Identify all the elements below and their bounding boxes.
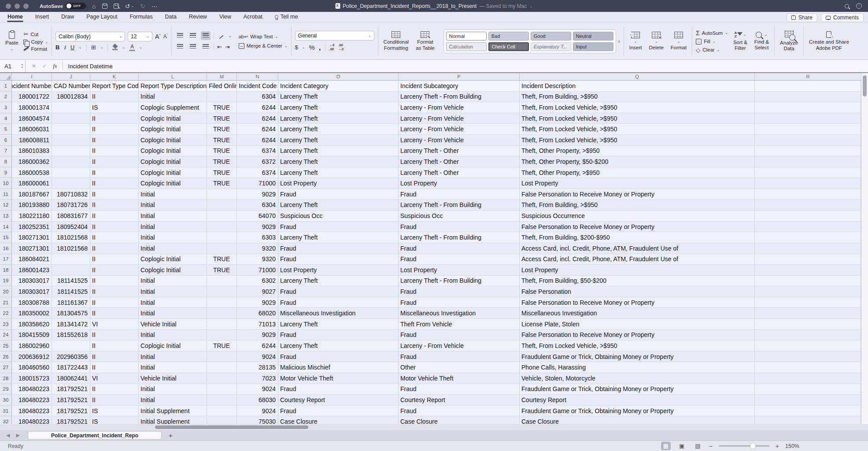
cell[interactable]: 9027 — [237, 286, 278, 297]
row-number[interactable]: 6 — [0, 135, 12, 146]
cell[interactable]: II — [90, 384, 139, 395]
cell[interactable]: Theft, From Locked Vehicle, >$950 — [520, 340, 755, 351]
add-sheet-button[interactable]: + — [169, 432, 173, 439]
cell[interactable]: Case Closure — [520, 416, 755, 424]
cell[interactable] — [207, 297, 237, 308]
cell[interactable]: 186008811 — [12, 135, 52, 146]
row-number[interactable]: 23 — [0, 319, 12, 330]
cell[interactable]: Coplogic Initial — [139, 167, 207, 178]
cell[interactable]: 202960356 — [52, 351, 90, 362]
cell[interactable] — [755, 135, 861, 146]
cell[interactable]: TRUE — [207, 265, 237, 276]
cell[interactable]: Larceny Theft - From Building — [399, 92, 520, 103]
column-header-L[interactable]: L — [139, 73, 207, 80]
cell[interactable] — [207, 351, 237, 362]
cell[interactable] — [207, 189, 237, 200]
cell[interactable]: Larceny - From Vehicle — [399, 340, 520, 351]
cell[interactable]: II — [90, 124, 139, 135]
cell[interactable]: 180731726 — [52, 200, 90, 211]
row-number[interactable]: 25 — [0, 340, 12, 351]
increase-decimal-button[interactable]: ←0.00 — [329, 44, 335, 51]
home-icon[interactable]: ⌂ — [92, 3, 96, 10]
cell[interactable]: Fraud — [278, 254, 399, 265]
cell-style-explanatory[interactable]: Explanatory T... — [531, 42, 571, 51]
share-button[interactable]: Share — [787, 13, 817, 22]
align-bottom-button[interactable] — [201, 31, 211, 40]
cell[interactable] — [755, 156, 861, 167]
cell[interactable]: Fraud — [278, 330, 399, 341]
row-number[interactable]: 7 — [0, 146, 12, 157]
cell[interactable] — [755, 276, 861, 287]
cancel-entry-icon[interactable]: ✕ — [32, 63, 36, 69]
cell[interactable]: 9024 — [237, 351, 278, 362]
merge-center-button[interactable]: ↔ Merge & Center⌄ — [239, 43, 288, 49]
cell[interactable]: II — [90, 178, 139, 189]
cell[interactable]: Lost Property — [278, 265, 399, 276]
cell-style-check-cell[interactable]: Check Cell — [488, 42, 529, 51]
cell[interactable]: Fraud — [278, 286, 399, 297]
cell[interactable]: 75030 — [237, 416, 278, 424]
cell[interactable]: 181341472 — [52, 319, 90, 330]
cell[interactable]: 180415509 — [12, 330, 52, 341]
cell[interactable]: Coplogic Initial — [139, 146, 207, 157]
cell[interactable]: TRUE — [207, 254, 237, 265]
bold-button[interactable]: B — [55, 44, 59, 51]
currency-format-button[interactable]: $ — [295, 44, 298, 51]
row-number[interactable]: 14 — [0, 222, 12, 233]
tab-insert[interactable]: Insert — [35, 13, 49, 22]
row-number[interactable]: 21 — [0, 297, 12, 308]
column-header-Q[interactable]: Q — [520, 73, 755, 80]
account-icon[interactable] — [856, 3, 862, 9]
copy-button[interactable]: Copy⌄ — [23, 39, 48, 44]
cell[interactable]: Lost Property — [399, 265, 520, 276]
cell[interactable]: Courtesy Report — [278, 395, 399, 406]
cell[interactable]: Miscellaneous Investigation — [399, 308, 520, 319]
cell[interactable]: Initial — [139, 297, 207, 308]
cell[interactable]: 186000538 — [12, 167, 52, 178]
cell[interactable]: 181021568 — [52, 243, 90, 254]
cell[interactable]: Initial — [139, 92, 207, 103]
cell[interactable] — [207, 243, 237, 254]
cell[interactable]: Larceny Theft — [278, 92, 399, 103]
cell[interactable]: 181021568 — [52, 232, 90, 243]
cell[interactable] — [207, 286, 237, 297]
insert-cells-button[interactable]: ← ⌄Insert — [628, 31, 644, 52]
cell[interactable]: II — [90, 362, 139, 373]
cell[interactable]: 6374 — [237, 167, 278, 178]
column-header-R[interactable]: R — [755, 73, 861, 80]
conditional-formatting-button[interactable]: ConditionalFormatting — [382, 30, 411, 52]
cell[interactable]: TRUE — [207, 113, 237, 124]
row-number[interactable]: 9 — [0, 167, 12, 178]
cell[interactable] — [755, 406, 861, 417]
cell[interactable]: Larceny - From Vehicle — [399, 135, 520, 146]
cell[interactable] — [755, 297, 861, 308]
cell[interactable]: Larceny Theft - From Building — [399, 200, 520, 211]
cell[interactable]: 180221180 — [12, 211, 52, 222]
undo-icon[interactable]: ↺⌄ — [125, 3, 134, 10]
cell[interactable]: II — [90, 395, 139, 406]
cell[interactable]: 181141525 — [52, 286, 90, 297]
cell[interactable]: Fraud — [399, 297, 520, 308]
row-number[interactable]: 8 — [0, 156, 12, 167]
zoom-out-button[interactable]: − — [709, 443, 713, 450]
find-select-button[interactable]: ⌄ Find &Select — [753, 31, 771, 52]
page-layout-view-button[interactable]: ▣ — [677, 442, 687, 450]
cell[interactable]: Incident Code — [237, 81, 278, 92]
cell[interactable]: 186002960 — [12, 340, 52, 351]
cell[interactable]: Larceny Theft — [278, 232, 399, 243]
cell[interactable] — [207, 319, 237, 330]
cell[interactable]: II — [90, 211, 139, 222]
cell[interactable]: Larceny Theft — [278, 319, 399, 330]
horizontal-scrollbar-thumb[interactable] — [155, 425, 308, 429]
row-number[interactable]: 4 — [0, 113, 12, 124]
cell[interactable] — [52, 102, 90, 113]
paste-button[interactable]: Paste ⌄ — [4, 30, 20, 52]
cell[interactable]: TRUE — [207, 156, 237, 167]
cell[interactable]: 64070 — [237, 211, 278, 222]
cell[interactable]: 200636912 — [12, 351, 52, 362]
cell[interactable]: 186004574 — [12, 113, 52, 124]
cell[interactable]: II — [90, 243, 139, 254]
cell[interactable]: 6244 — [237, 340, 278, 351]
cell[interactable]: Coplogic Initial — [139, 265, 207, 276]
cell[interactable]: 181722443 — [52, 362, 90, 373]
